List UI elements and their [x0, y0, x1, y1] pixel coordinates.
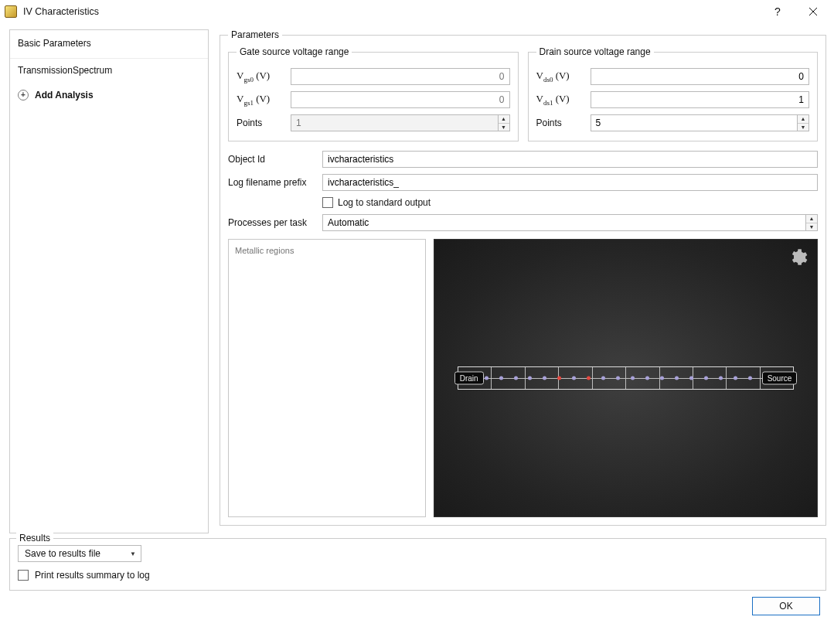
processes-spinner[interactable]: ▲ ▼: [322, 214, 818, 231]
main-panel: Parameters Gate source voltage range Vgs…: [220, 29, 826, 533]
processes-input[interactable]: [322, 214, 805, 231]
atom-row: [485, 377, 768, 380]
log-stdout-label: Log to standard output: [338, 197, 431, 208]
log-prefix-label: Log filename prefix: [228, 177, 316, 188]
drain-points-spinner[interactable]: ▲ ▼: [591, 114, 810, 131]
parameters-group: Parameters Gate source voltage range Vgs…: [220, 29, 826, 526]
results-legend: Results: [16, 533, 53, 543]
add-analysis-label: Add Analysis: [35, 90, 94, 101]
vds1-label: Vds1 (V): [536, 93, 586, 107]
chevron-down-icon: ▼: [130, 550, 136, 557]
gear-icon[interactable]: [788, 247, 808, 267]
spinner-up-icon[interactable]: ▲: [806, 215, 817, 223]
vgs1-label: Vgs1 (V): [237, 93, 286, 107]
drain-points-input[interactable]: [591, 114, 798, 131]
spinner-down-icon[interactable]: ▼: [806, 223, 817, 231]
spinner-up-icon[interactable]: ▲: [798, 115, 808, 124]
device-drain-label: Drain: [454, 372, 484, 385]
close-button[interactable]: [795, 0, 831, 23]
add-analysis-button[interactable]: + Add Analysis: [10, 82, 208, 108]
viewer-3d[interactable]: Drain Source: [434, 239, 818, 517]
gate-points-label: Points: [237, 118, 286, 128]
sidebar-item-transmission[interactable]: TransmissionSpectrum: [10, 59, 208, 82]
help-icon: ?: [774, 5, 781, 18]
results-group: Results Save to results file ▼ Print res…: [9, 538, 826, 591]
help-button[interactable]: ?: [760, 0, 795, 23]
titlebar: IV Characteristics ?: [0, 0, 834, 23]
save-results-dropdown[interactable]: Save to results file ▼: [18, 545, 141, 562]
object-id-input[interactable]: [322, 151, 818, 168]
sidebar-header: Basic Parameters: [10, 30, 208, 59]
sidebar: Basic Parameters TransmissionSpectrum + …: [9, 29, 209, 533]
drain-points-label: Points: [536, 118, 586, 128]
drain-legend: Drain source voltage range: [536, 46, 654, 57]
ok-button[interactable]: OK: [752, 597, 820, 615]
spinner-down-icon[interactable]: ▼: [499, 124, 509, 131]
device-source-label: Source: [762, 372, 798, 385]
parameters-legend: Parameters: [228, 29, 282, 40]
gate-points-spinner[interactable]: ▲ ▼: [291, 114, 510, 131]
log-prefix-input[interactable]: [322, 174, 818, 191]
log-stdout-checkbox[interactable]: [322, 197, 333, 208]
print-summary-checkbox[interactable]: [18, 570, 29, 581]
vds0-label: Vds0 (V): [536, 70, 586, 83]
vgs0-input[interactable]: [291, 68, 510, 85]
vgs1-input[interactable]: [291, 91, 510, 108]
processes-label: Processes per task: [228, 217, 316, 228]
drain-voltage-group: Drain source voltage range Vds0 (V) Vds1…: [528, 46, 819, 141]
vds1-input[interactable]: [591, 91, 810, 108]
window-title: IV Characteristics: [23, 6, 99, 17]
app-icon: [5, 5, 17, 18]
spinner-down-icon[interactable]: ▼: [798, 124, 808, 131]
vds0-input[interactable]: [591, 68, 810, 85]
plus-icon: +: [18, 90, 29, 101]
spinner-up-icon[interactable]: ▲: [499, 115, 509, 124]
print-summary-label: Print results summary to log: [35, 570, 150, 581]
close-icon: [808, 7, 818, 16]
vgs0-label: Vgs0 (V): [237, 70, 286, 83]
object-id-label: Object Id: [228, 154, 316, 165]
gate-voltage-group: Gate source voltage range Vgs0 (V) Vgs1 …: [228, 46, 519, 141]
metallic-placeholder: Metallic regions: [235, 246, 294, 255]
metallic-regions-panel[interactable]: Metallic regions: [228, 239, 426, 517]
gate-legend: Gate source voltage range: [237, 46, 352, 57]
save-results-label: Save to results file: [25, 548, 100, 559]
gate-points-input[interactable]: [291, 114, 498, 131]
